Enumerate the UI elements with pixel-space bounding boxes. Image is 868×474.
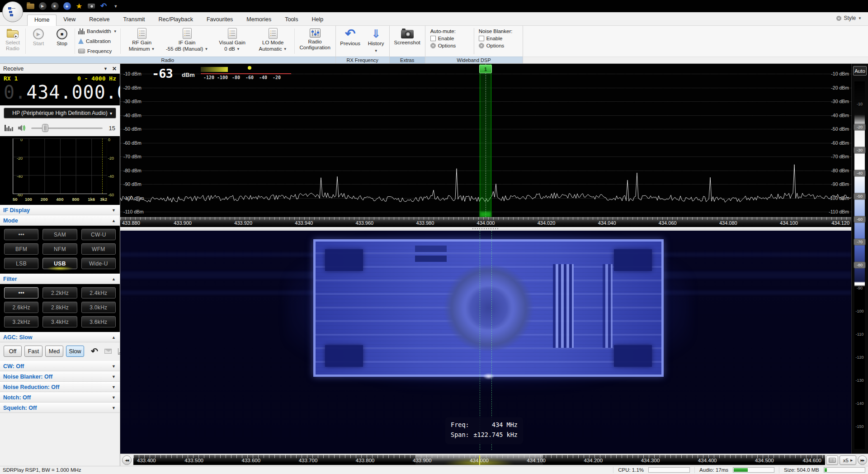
section-noise-blanker[interactable]: Noise Blanker: Off (0, 371, 120, 382)
collapse-icon[interactable]: ▼ (104, 66, 108, 71)
previous-button[interactable]: ↶ Previous (337, 27, 363, 56)
mode-button[interactable]: Wide-U (81, 258, 116, 269)
noise-blanker-enable-checkbox[interactable]: Enable (479, 36, 518, 41)
close-icon[interactable]: ✕ (112, 66, 117, 72)
spectrum-frequency-axis[interactable]: 433.880433.900433.920433.940433.960433.9… (120, 217, 851, 227)
ribbon-tab[interactable]: Tools (278, 14, 305, 26)
agc-button[interactable]: Med (45, 346, 63, 357)
frequency-display[interactable]: RX 1 0 - 4000 Hz 0.434.000.000 (0, 74, 120, 105)
filter-button[interactable]: ••• (4, 287, 38, 299)
reset-arrow-icon[interactable]: ↷ (91, 348, 98, 355)
tuned-frequency[interactable]: 0.434.000.000 (4, 82, 116, 103)
lo-mode-button[interactable]: LO Mode Automatic▼ (253, 27, 293, 56)
scale-db-label[interactable]: -80 (854, 262, 865, 268)
filter-button[interactable]: 3.0kHz (81, 302, 116, 313)
scale-db-label[interactable]: -120 (854, 355, 865, 360)
ribbon-tab[interactable]: Rec/Playback (152, 14, 200, 26)
scale-db-label[interactable]: -130 (854, 378, 865, 383)
auto-mute-enable-checkbox[interactable]: Enable (430, 36, 469, 41)
favourite-icon[interactable]: ★ (75, 2, 83, 10)
jump-right-button[interactable]: ▶▶ (858, 455, 867, 465)
radio-configuration-button[interactable]: Radio Configuration (296, 27, 334, 56)
screenshot-button[interactable]: Screenshot (391, 27, 424, 56)
scale-db-label[interactable]: -40 (854, 170, 865, 176)
jump-left-button[interactable]: ◀◀ (122, 455, 132, 465)
mode-button[interactable]: NFM (42, 243, 77, 255)
ribbon-tab[interactable]: View (57, 14, 82, 26)
filter-button[interactable]: 2.4kHz (81, 287, 116, 299)
pane-splitter[interactable] (120, 227, 851, 231)
envelope-icon[interactable] (104, 349, 112, 354)
history-button[interactable]: ⇓ History ▼ (364, 27, 388, 56)
mode-button[interactable]: ••• (4, 229, 38, 240)
mode-button[interactable]: WFM (81, 243, 116, 255)
scale-db-label[interactable]: -100 (854, 309, 865, 313)
undo-icon[interactable]: ↶ (99, 2, 108, 10)
agc-button[interactable]: Off (4, 346, 22, 357)
start-button[interactable]: ▶ Start (27, 27, 50, 56)
ribbon-tab[interactable]: Receive (82, 14, 116, 26)
rx-marker[interactable]: 1 (479, 65, 492, 73)
equalizer-icon[interactable] (5, 125, 13, 131)
band-strip[interactable]: 433.400433.500433.600433.700433.800433.9… (133, 455, 825, 465)
application-menu-button[interactable] (2, 1, 23, 22)
scale-db-label[interactable]: -50 (854, 193, 865, 199)
mode-button[interactable]: CW-U (81, 229, 116, 240)
noise-blanker-options-button[interactable]: Options (479, 43, 518, 48)
section-cw[interactable]: CW: Off (0, 361, 120, 371)
ribbon-tab[interactable]: Transmit (116, 14, 151, 26)
auto-mute-options-button[interactable]: Options (430, 43, 469, 48)
mode-button[interactable]: USB (42, 258, 77, 269)
filter-button[interactable]: 3.2kHz (4, 316, 38, 327)
add-icon[interactable]: + (63, 2, 71, 10)
volume-slider[interactable] (31, 123, 103, 133)
tuning-band[interactable] (480, 64, 491, 217)
section-mode[interactable]: Mode (0, 215, 120, 226)
scale-db-label[interactable]: -140 (854, 401, 865, 406)
audio-device-select[interactable]: HP (Périphérique High Definition Audio) (4, 108, 116, 118)
scale-db-label[interactable]: -10 (854, 102, 865, 106)
frequency-button[interactable]: Frequency (78, 47, 117, 56)
stop-button[interactable]: ■ Stop (51, 27, 73, 56)
stop-icon[interactable]: ■ (51, 2, 59, 10)
style-menu[interactable]: Style ▼ (836, 15, 862, 21)
ribbon-tab[interactable]: Favourites (200, 14, 240, 26)
filter-button[interactable]: 2.6kHz (4, 302, 38, 313)
select-radio-button[interactable]: ▶ Select Radio (1, 27, 24, 56)
scale-db-label[interactable]: -90 (854, 286, 865, 290)
ribbon-tab[interactable]: Help (305, 14, 330, 26)
waterfall-display[interactable]: Freq: 434 MHz Span: ±122.745 kHz (120, 231, 851, 454)
section-noise-reduction[interactable]: Noise Reduction: Off (0, 382, 120, 392)
scale-db-label[interactable]: -30 (854, 147, 865, 153)
camera-icon[interactable] (87, 2, 95, 10)
scale-db-label[interactable]: -110 (854, 332, 865, 337)
scale-db-label[interactable]: -70 (854, 239, 865, 245)
play-icon[interactable]: ▶ (38, 2, 47, 10)
speaker-icon[interactable] (18, 124, 27, 132)
spectrum-display[interactable]: 1 -10 dBm-20 dBm-30 dBm-40 dBm-50 dBm-60… (120, 64, 851, 227)
mode-button[interactable]: LSB (4, 258, 38, 269)
agc-button[interactable]: Fast (24, 346, 42, 357)
ribbon-tab[interactable]: Memories (240, 14, 278, 26)
scale-db-label[interactable]: -60 (854, 216, 865, 223)
mode-button[interactable]: BFM (4, 243, 38, 255)
agc-button[interactable]: Slow (66, 346, 84, 357)
quick-access-more-icon[interactable]: ▼ (112, 2, 120, 10)
rf-gain-button[interactable]: RF Gain Minimum▼ (122, 27, 162, 56)
spectrum-grid[interactable]: 1 -10 dBm-20 dBm-30 dBm-40 dBm-50 dBm-60… (120, 64, 851, 217)
zoom-button[interactable]: x5▶ (840, 455, 856, 465)
section-filter[interactable]: Filter (0, 274, 120, 284)
section-notch[interactable]: Notch: Off (0, 392, 120, 403)
filter-button[interactable]: 2.8kHz (42, 302, 77, 313)
section-if-display[interactable]: IF Display (0, 205, 120, 215)
filter-button[interactable]: 2.2kHz (42, 287, 77, 299)
open-folder-icon[interactable] (26, 2, 34, 10)
scale-db-label[interactable]: -20 (854, 124, 865, 130)
keyboard-entry-button[interactable] (826, 455, 838, 465)
mode-button[interactable]: SAM (42, 229, 77, 240)
section-agc[interactable]: AGC: Slow (0, 332, 120, 342)
ribbon-tab[interactable]: Home (27, 14, 57, 26)
section-squelch[interactable]: Squelch: Off (0, 403, 120, 413)
scale-db-label[interactable]: -150 (854, 424, 865, 429)
if-gain-button[interactable]: IF Gain -55 dB (Manual)▼ (163, 27, 212, 56)
